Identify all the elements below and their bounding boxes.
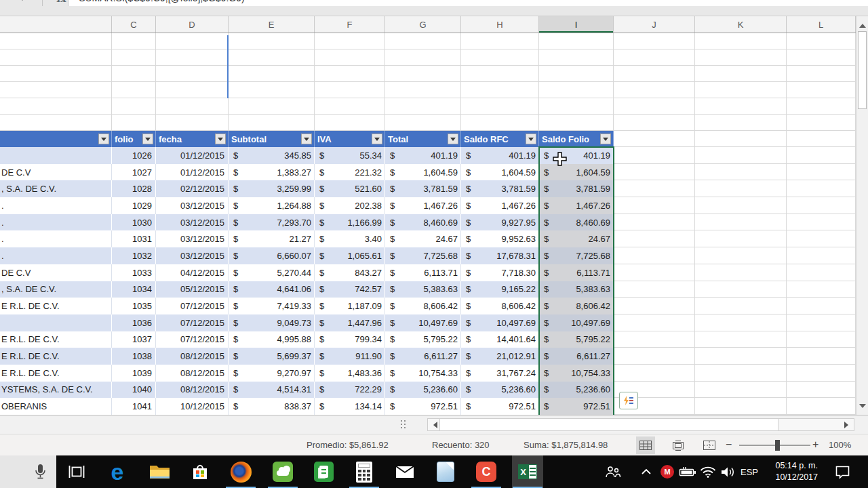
cell-folio[interactable]: 1036 bbox=[112, 314, 156, 331]
cell-iva[interactable]: $1,166.99 bbox=[315, 214, 385, 231]
cell-empty[interactable] bbox=[229, 33, 315, 49]
cell-folio[interactable]: 1028 bbox=[112, 180, 156, 197]
cell-empty[interactable] bbox=[695, 98, 787, 115]
cell-empty[interactable] bbox=[385, 49, 461, 66]
cell-total[interactable]: $5,236.60 bbox=[385, 382, 461, 399]
filter-button[interactable] bbox=[98, 134, 109, 144]
cell-saldo-rfc[interactable]: $401.19 bbox=[461, 147, 539, 164]
cell-empty[interactable] bbox=[695, 230, 787, 247]
column-header-g[interactable]: G bbox=[385, 16, 461, 33]
cell-empty[interactable] bbox=[112, 115, 156, 131]
zoom-slider-thumb[interactable] bbox=[775, 440, 780, 451]
cell-iva[interactable]: $799.34 bbox=[315, 331, 385, 348]
cell-empty[interactable] bbox=[787, 331, 856, 348]
cell-empty[interactable] bbox=[229, 66, 315, 82]
cell-empty[interactable] bbox=[695, 147, 787, 164]
cell-saldo-rfc[interactable]: $9,952.63 bbox=[461, 230, 539, 247]
cell-iva[interactable]: $521.60 bbox=[315, 180, 385, 197]
cell-subtotal[interactable]: $838.37 bbox=[229, 398, 315, 415]
cell-empty[interactable] bbox=[0, 115, 112, 131]
cell-saldo-rfc[interactable]: $10,497.69 bbox=[461, 314, 539, 331]
cell-empty[interactable] bbox=[0, 33, 112, 49]
cell-empty[interactable] bbox=[156, 115, 229, 131]
excel-button[interactable]: X bbox=[512, 455, 543, 488]
cell-saldo-rfc[interactable]: $1,604.59 bbox=[461, 164, 539, 181]
cell-empty[interactable] bbox=[112, 82, 156, 98]
cell-saldo-rfc[interactable]: $14,401.64 bbox=[461, 331, 539, 348]
cell-empty[interactable] bbox=[539, 82, 614, 98]
cell-empty[interactable] bbox=[614, 49, 695, 66]
cell-empty[interactable] bbox=[614, 298, 695, 314]
mega-tray-button[interactable]: M bbox=[658, 455, 676, 488]
column-header-j[interactable]: J bbox=[614, 16, 695, 33]
cell-subtotal[interactable]: $7,419.33 bbox=[229, 298, 315, 314]
cell-empty[interactable] bbox=[614, 131, 695, 147]
cell-empty[interactable] bbox=[0, 66, 112, 82]
cell-folio[interactable]: 1038 bbox=[112, 348, 156, 365]
cell-saldo-rfc[interactable]: $17,678.31 bbox=[461, 247, 539, 264]
cell-saldo-folio-selected[interactable]: $3,781.59 bbox=[539, 180, 614, 197]
cell-empty[interactable] bbox=[787, 98, 856, 115]
cell-empty[interactable] bbox=[695, 348, 787, 365]
cell-empty[interactable] bbox=[787, 247, 856, 264]
cell-subtotal[interactable]: $345.85 bbox=[229, 147, 315, 164]
cell-subtotal[interactable]: $9,049.73 bbox=[229, 314, 315, 331]
cell-empty[interactable] bbox=[695, 314, 787, 331]
cloud-app-button[interactable] bbox=[267, 455, 299, 488]
cell-fecha[interactable]: 08/12/2015 bbox=[156, 382, 229, 399]
cell-empty[interactable] bbox=[614, 164, 695, 181]
cell-name[interactable]: E R.L. DE C.V. bbox=[0, 298, 112, 314]
people-button[interactable] bbox=[599, 455, 627, 488]
cell-empty[interactable] bbox=[614, 314, 695, 331]
cell-empty[interactable] bbox=[385, 66, 461, 82]
cell-saldo-rfc[interactable]: $31,767.24 bbox=[461, 365, 539, 382]
camtasia-button[interactable]: C bbox=[470, 455, 502, 488]
mail-button[interactable] bbox=[389, 455, 421, 488]
filter-button[interactable] bbox=[142, 134, 153, 144]
quick-analysis-button[interactable] bbox=[619, 392, 638, 409]
cell-saldo-folio-selected[interactable]: $10,497.69 bbox=[539, 314, 614, 331]
cell-empty[interactable] bbox=[112, 49, 156, 66]
cell-empty[interactable] bbox=[787, 230, 856, 247]
cell-saldo-rfc[interactable]: $21,012.91 bbox=[461, 348, 539, 365]
cell-empty[interactable] bbox=[787, 281, 856, 298]
cell-empty[interactable] bbox=[614, 230, 695, 247]
cell-subtotal[interactable]: $21.27 bbox=[229, 230, 315, 247]
cell-subtotal[interactable]: $4,514.31 bbox=[229, 382, 315, 399]
column-header-k[interactable]: K bbox=[695, 16, 787, 33]
cell-folio[interactable]: 1030 bbox=[112, 214, 156, 231]
table-header-name[interactable] bbox=[0, 131, 112, 147]
cell-saldo-rfc[interactable]: $972.51 bbox=[461, 398, 539, 415]
cell-saldo-folio-selected[interactable]: $5,383.63 bbox=[539, 281, 614, 298]
cell-subtotal[interactable]: $4,995.88 bbox=[229, 331, 315, 348]
calculator-button[interactable] bbox=[348, 455, 380, 488]
cell-saldo-folio-selected[interactable]: $10,754.33 bbox=[539, 365, 614, 382]
cell-empty[interactable] bbox=[461, 49, 539, 66]
column-header-f[interactable]: F bbox=[315, 16, 385, 33]
cell-empty[interactable] bbox=[229, 115, 315, 131]
cell-empty[interactable] bbox=[787, 214, 856, 231]
view-page-break-button[interactable] bbox=[700, 436, 719, 454]
cell-empty[interactable] bbox=[112, 33, 156, 49]
cell-total[interactable]: $10,497.69 bbox=[385, 314, 461, 331]
cell-empty[interactable] bbox=[315, 115, 385, 131]
cell-saldo-folio-selected[interactable]: $401.19 bbox=[539, 147, 614, 164]
cell-name[interactable]: OBERANIS bbox=[0, 398, 112, 415]
cell-saldo-rfc[interactable]: $5,236.60 bbox=[461, 382, 539, 399]
cell-total[interactable]: $7,725.68 bbox=[385, 247, 461, 264]
cell-iva[interactable]: $202.38 bbox=[315, 197, 385, 214]
table-header-subtotal[interactable]: Subtotal bbox=[229, 131, 315, 147]
column-header-i-selected[interactable]: I bbox=[539, 16, 614, 33]
fx-icon[interactable]: fx bbox=[56, 0, 66, 4]
cell-empty[interactable] bbox=[695, 264, 787, 281]
cell-empty[interactable] bbox=[315, 82, 385, 98]
cell-total[interactable]: $5,795.22 bbox=[385, 331, 461, 348]
cell-subtotal[interactable]: $1,264.88 bbox=[229, 197, 315, 214]
cell-empty[interactable] bbox=[0, 82, 112, 98]
cell-empty[interactable] bbox=[315, 33, 385, 49]
cell-name[interactable]: E R.L. DE C.V. bbox=[0, 348, 112, 365]
cell-subtotal[interactable]: $6,660.07 bbox=[229, 247, 315, 264]
cell-empty[interactable] bbox=[0, 98, 112, 115]
column-header-l[interactable]: L bbox=[787, 16, 856, 33]
column-header-c[interactable]: C bbox=[112, 16, 156, 33]
